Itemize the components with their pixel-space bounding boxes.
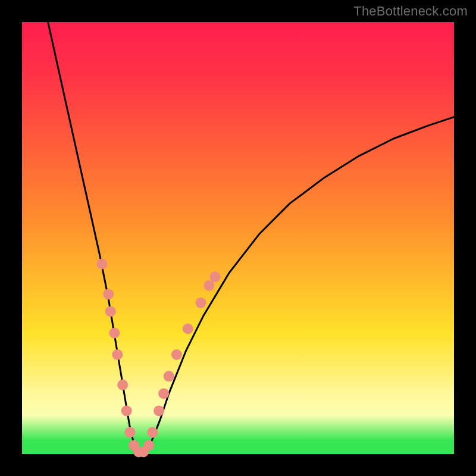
- data-marker: [125, 427, 136, 438]
- data-marker: [158, 388, 169, 399]
- plot-area: [22, 22, 454, 454]
- data-marker: [203, 280, 214, 291]
- data-marker: [147, 427, 158, 438]
- data-marker: [164, 371, 174, 381]
- data-marker: [105, 306, 116, 317]
- chart-frame: TheBottleneck.com: [0, 0, 476, 476]
- data-marker: [96, 259, 107, 270]
- bottleneck-curve: [48, 22, 454, 454]
- watermark-text: TheBottleneck.com: [353, 4, 468, 19]
- data-marker: [196, 298, 206, 308]
- data-marker: [117, 380, 128, 390]
- chart-svg: [22, 22, 454, 454]
- data-marker: [109, 328, 120, 339]
- data-marker: [121, 405, 132, 416]
- data-marker: [103, 289, 114, 299]
- data-marker: [171, 349, 182, 360]
- data-marker: [112, 349, 123, 360]
- data-marker: [210, 271, 221, 282]
- data-marker: [154, 405, 164, 416]
- data-marker: [183, 324, 193, 334]
- data-marker: [143, 440, 154, 451]
